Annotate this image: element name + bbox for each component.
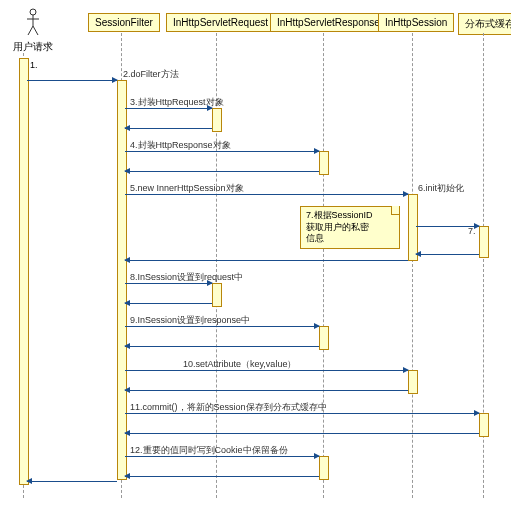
msg-2-label: 2.doFilter方法 — [123, 68, 179, 81]
note-7-line1: 7.根据SessionID — [306, 210, 394, 222]
msg-7-label: 7. — [468, 226, 476, 236]
msg-5-return — [125, 260, 408, 261]
msg-9-label: 9.InSession设置到response中 — [130, 314, 250, 327]
msg-10-return — [125, 390, 408, 391]
lifeline-session — [412, 33, 413, 498]
msg-11-label: 11.commit()，将新的Session保存到分布式缓存中 — [130, 401, 327, 414]
msg-9-return — [125, 346, 319, 347]
msg-8-label: 8.InSession设置到request中 — [130, 271, 243, 284]
msg-8-return — [125, 303, 212, 304]
msg-10-label: 10.setAttribute（key,value） — [183, 358, 296, 371]
activation-cache-1 — [479, 226, 489, 258]
msg-12-return — [125, 476, 319, 477]
msg-6-label: 6.init初始化 — [418, 182, 464, 195]
participant-response: InHttpServletResponse — [270, 13, 387, 32]
activation-req-1 — [212, 108, 222, 132]
msg-7-return — [416, 254, 479, 255]
msg-2 — [27, 80, 117, 81]
svg-line-3 — [28, 26, 33, 35]
participant-request: InHttpServletRequest — [166, 13, 275, 32]
activation-req-2 — [212, 283, 222, 307]
activation-resp-1 — [319, 151, 329, 175]
msg-3-return — [125, 128, 212, 129]
msg-12-label: 12.重要的值同时写到Cookie中保留备份 — [130, 444, 288, 457]
note-7: 7.根据SessionID 获取用户的私密 信息 — [300, 206, 400, 249]
msg-3-label: 3.封装HttpRequest对象 — [130, 96, 224, 109]
activation-resp-2 — [319, 326, 329, 350]
activation-sess-2 — [408, 370, 418, 394]
participant-session: InHttpSession — [378, 13, 454, 32]
note-7-line2: 获取用户的私密 — [306, 222, 394, 234]
participant-session-filter: SessionFilter — [88, 13, 160, 32]
actor-icon — [26, 8, 40, 36]
msg-4-return — [125, 171, 319, 172]
msg-final-return — [27, 481, 117, 482]
activation-filter — [117, 80, 127, 480]
participant-cache: 分布式缓存 — [458, 13, 511, 35]
sequence-diagram: 用户请求 SessionFilter InHttpServletRequest … — [8, 8, 503, 508]
activation-cache-2 — [479, 413, 489, 437]
actor: 用户请求 — [13, 8, 53, 54]
msg-1-label: 1. — [30, 60, 38, 70]
msg-11-return — [125, 433, 479, 434]
msg-4-label: 4.封装HttpResponse对象 — [130, 139, 231, 152]
note-7-line3: 信息 — [306, 233, 394, 245]
activation-resp-3 — [319, 456, 329, 480]
svg-point-0 — [30, 9, 36, 15]
actor-label: 用户请求 — [13, 40, 53, 54]
lifeline-response — [323, 33, 324, 498]
activation-actor — [19, 58, 29, 485]
svg-line-4 — [33, 26, 38, 35]
msg-5-label: 5.new InnerHttpSession对象 — [130, 182, 244, 195]
